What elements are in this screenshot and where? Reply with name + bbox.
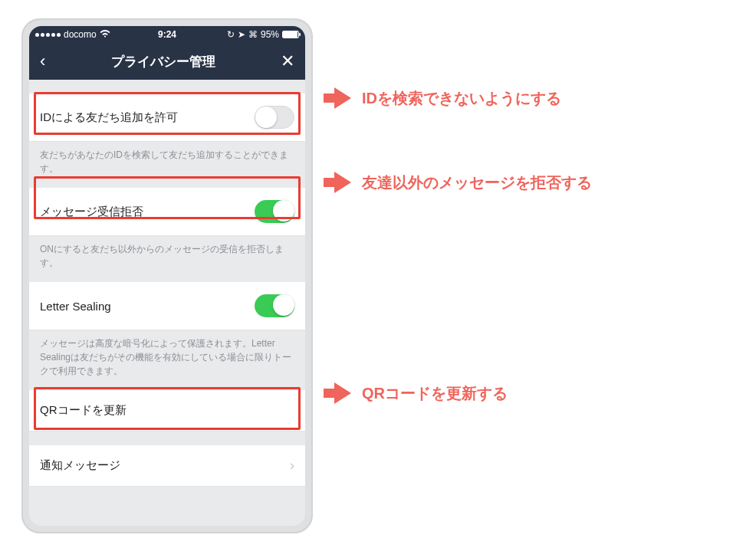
phone-frame: docomo 9:24 ↻ ➤ ⌘ 95% ‹ プライバシー管理 ✕ IDによ <box>21 18 313 533</box>
annotation-text: IDを検索できないようにする <box>362 88 561 109</box>
annotation-text: QRコードを更新する <box>362 383 508 404</box>
back-button[interactable]: ‹ <box>40 51 45 71</box>
annotation: QRコードを更新する <box>334 382 508 404</box>
row-label: IDによる友だち追加を許可 <box>40 110 255 125</box>
location-icon: ➤ <box>238 29 245 40</box>
phone-screen: docomo 9:24 ↻ ➤ ⌘ 95% ‹ プライバシー管理 ✕ IDによ <box>29 26 305 526</box>
row-label: QRコードを更新 <box>40 403 294 418</box>
row-block-messages: メッセージ受信拒否 <box>29 188 305 236</box>
refresh-icon: ↻ <box>227 29 235 40</box>
annotation-text: 友達以外のメッセージを拒否する <box>362 172 592 193</box>
arrow-right-icon <box>334 382 351 404</box>
toggle-block-messages[interactable] <box>255 200 294 223</box>
battery-icon <box>282 31 299 38</box>
row-notification-messages[interactable]: 通知メッセージ › <box>29 445 305 487</box>
toggle-letter-sealing[interactable] <box>255 294 294 317</box>
status-left: docomo <box>35 29 110 40</box>
carrier-label: docomo <box>64 29 97 40</box>
status-time: 9:24 <box>158 29 176 40</box>
row-allow-id-add: IDによる友だち追加を許可 <box>29 94 305 142</box>
desc-allow-id: 友だちがあなたのIDを検索して友だち追加することができます。 <box>29 142 305 188</box>
status-bar: docomo 9:24 ↻ ➤ ⌘ 95% <box>29 26 305 43</box>
arrow-right-icon <box>334 172 351 193</box>
settings-list: IDによる友だち追加を許可 友だちがあなたのIDを検索して友だち追加することがで… <box>29 80 305 487</box>
row-qr-update[interactable]: QRコードを更新 <box>29 390 305 432</box>
desc-letter-sealing: メッセージは高度な暗号化によって保護されます。Letter Sealingは友だ… <box>29 330 305 390</box>
bluetooth-icon: ⌘ <box>248 29 258 40</box>
row-letter-sealing: Letter Sealing <box>29 282 305 330</box>
wifi-icon <box>100 29 110 40</box>
row-label: メッセージ受信拒否 <box>40 205 255 219</box>
row-label: 通知メッセージ <box>40 458 290 473</box>
toggle-allow-id[interactable] <box>255 106 294 129</box>
annotation: IDを検索できないようにする <box>334 87 561 109</box>
row-label: Letter Sealing <box>40 300 255 313</box>
signal-dots-icon <box>35 33 61 37</box>
close-button[interactable]: ✕ <box>281 51 294 71</box>
arrow-right-icon <box>334 87 351 109</box>
chevron-right-icon: › <box>290 458 294 474</box>
nav-bar: ‹ プライバシー管理 ✕ <box>29 43 305 80</box>
page-title: プライバシー管理 <box>111 53 215 71</box>
status-right: ↻ ➤ ⌘ 95% <box>227 29 299 40</box>
desc-block-messages: ONにすると友だち以外からのメッセージの受信を拒否します。 <box>29 236 305 282</box>
annotation: 友達以外のメッセージを拒否する <box>334 172 592 193</box>
battery-pct: 95% <box>261 29 279 40</box>
